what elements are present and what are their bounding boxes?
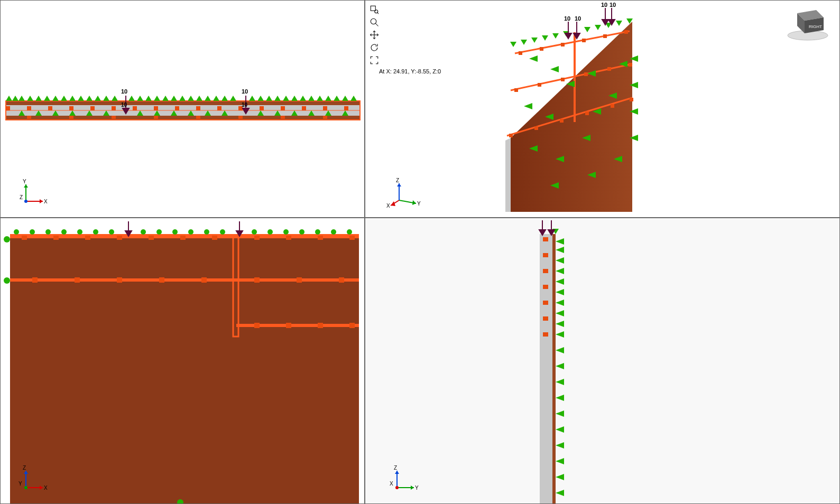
svg-rect-118 <box>509 134 513 137</box>
svg-marker-60 <box>274 96 281 101</box>
svg-point-230 <box>347 229 352 235</box>
svg-rect-23 <box>69 116 73 119</box>
svg-marker-281 <box>411 486 414 490</box>
svg-marker-61 <box>283 96 289 101</box>
svg-point-211 <box>14 229 19 235</box>
svg-marker-260 <box>556 289 564 295</box>
svg-point-216 <box>93 229 98 235</box>
svg-marker-258 <box>556 268 564 274</box>
viewport-3d[interactable]: 10 10 10 10 <box>365 0 840 218</box>
axis-triad: Y Z X <box>386 462 418 494</box>
svg-rect-25 <box>154 116 158 119</box>
svg-rect-18 <box>281 106 285 110</box>
svg-marker-125 <box>550 66 559 72</box>
svg-rect-206 <box>339 277 344 283</box>
svg-marker-271 <box>556 442 564 449</box>
svg-marker-265 <box>556 347 564 353</box>
svg-rect-108 <box>561 43 565 46</box>
svg-marker-259 <box>556 278 564 285</box>
svg-point-227 <box>299 229 304 235</box>
viewport-front[interactable]: X Z Y <box>0 218 365 504</box>
svg-line-164 <box>377 13 379 14</box>
svg-marker-273 <box>556 474 564 480</box>
svg-rect-106 <box>519 51 522 55</box>
pan-icon[interactable] <box>368 29 380 41</box>
svg-text:RIGHT: RIGHT <box>809 24 822 29</box>
load-label: 10 <box>601 2 607 8</box>
svg-marker-65 <box>317 96 323 101</box>
svg-rect-193 <box>180 236 186 240</box>
svg-text:Y: Y <box>23 179 26 184</box>
svg-rect-2 <box>6 116 360 120</box>
zoom-icon[interactable] <box>368 16 380 28</box>
svg-marker-51 <box>188 96 194 101</box>
svg-rect-162 <box>371 6 375 11</box>
svg-rect-19 <box>302 106 306 110</box>
svg-marker-93 <box>40 199 43 203</box>
zoom-window-icon[interactable] <box>368 4 380 15</box>
svg-point-226 <box>283 229 289 235</box>
load-label: 10 <box>242 102 247 108</box>
viewcube[interactable]: RIGHT <box>781 4 834 41</box>
svg-marker-95 <box>24 184 28 188</box>
svg-marker-57 <box>249 96 255 101</box>
load-label: 10 <box>121 102 127 108</box>
svg-rect-6 <box>27 106 31 110</box>
axis-triad: X Z Y <box>15 462 47 494</box>
svg-rect-22 <box>27 116 31 119</box>
svg-rect-12 <box>154 106 158 110</box>
svg-marker-53 <box>205 96 211 101</box>
svg-rect-192 <box>149 236 154 240</box>
svg-rect-14 <box>196 106 200 110</box>
svg-rect-1 <box>6 101 360 105</box>
svg-marker-149 <box>584 27 590 32</box>
svg-rect-204 <box>254 277 260 283</box>
svg-text:Z: Z <box>23 465 26 471</box>
svg-marker-31 <box>12 96 19 101</box>
svg-rect-119 <box>534 126 538 130</box>
svg-point-213 <box>45 229 51 235</box>
svg-marker-150 <box>595 25 601 30</box>
svg-text:Y: Y <box>415 485 419 491</box>
svg-marker-41 <box>95 96 101 101</box>
svg-rect-254 <box>543 332 548 337</box>
svg-marker-283 <box>395 471 399 474</box>
svg-marker-56 <box>230 96 236 101</box>
svg-rect-208 <box>286 323 291 328</box>
side-view-drawing <box>365 218 839 503</box>
svg-point-165 <box>371 18 376 24</box>
svg-marker-261 <box>556 300 564 306</box>
svg-rect-199 <box>32 277 38 283</box>
viewport-top[interactable]: 10 10 10 10 X Y Z <box>0 0 365 218</box>
svg-rect-7 <box>48 106 52 110</box>
svg-marker-36 <box>52 96 59 101</box>
svg-text:X: X <box>386 203 390 209</box>
svg-marker-39 <box>78 96 84 101</box>
svg-point-212 <box>30 229 35 235</box>
svg-rect-249 <box>543 253 548 257</box>
svg-marker-263 <box>556 321 564 327</box>
svg-rect-207 <box>254 323 260 328</box>
svg-rect-26 <box>196 116 200 119</box>
load-label: 10 <box>610 2 616 8</box>
svg-text:Z: Z <box>394 465 397 471</box>
rotate-icon[interactable] <box>368 42 380 53</box>
svg-marker-44 <box>128 96 135 101</box>
svg-marker-34 <box>35 96 42 101</box>
svg-marker-144 <box>521 40 527 45</box>
viewport-side[interactable]: Y Z X <box>365 218 840 504</box>
svg-rect-209 <box>318 323 323 328</box>
zoom-extents-icon[interactable] <box>368 54 380 66</box>
svg-line-166 <box>375 23 378 26</box>
svg-rect-122 <box>611 104 614 108</box>
svg-rect-194 <box>212 236 217 240</box>
svg-marker-38 <box>69 96 76 101</box>
svg-marker-55 <box>221 96 228 101</box>
viewport-nav-toolbar <box>368 4 380 66</box>
svg-rect-185 <box>10 278 359 282</box>
iso-view-drawing <box>365 1 839 217</box>
svg-rect-111 <box>624 30 628 34</box>
svg-marker-49 <box>171 96 177 101</box>
svg-rect-21 <box>344 106 348 110</box>
svg-rect-250 <box>543 269 548 273</box>
